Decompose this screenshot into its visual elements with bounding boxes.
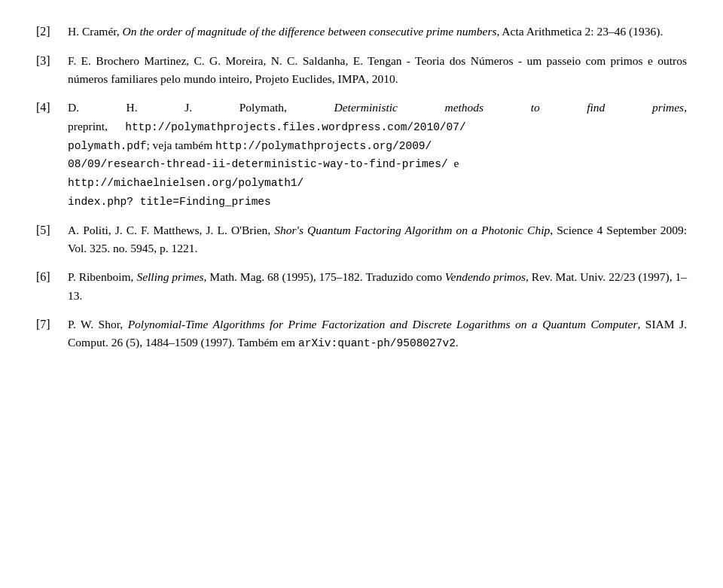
ref-label-2: [2] — [36, 23, 68, 41]
ref-content-3: F. E. Brochero Martinez, C. G. Moreira, … — [68, 52, 687, 89]
ref-label-6: [6] — [36, 268, 68, 287]
ref-content-5: A. Politi, J. C. F. Matthews, J. L. O'Br… — [68, 221, 687, 258]
reference-item-5: [5] A. Politi, J. C. F. Matthews, J. L. … — [36, 221, 687, 258]
ref-content-7: P. W. Shor, Polynomial-Time Algorithms f… — [68, 315, 687, 352]
ref-content-2: H. Cramér, On the order of magnitude of … — [68, 23, 687, 41]
reference-item-6: [6] P. Ribenboim, Selling primes, Math. … — [36, 268, 687, 305]
ref-label-5: [5] — [36, 221, 68, 240]
ref-content-4: D. H. J. Polymath, Deterministic methods… — [68, 99, 687, 210]
ref-label-3: [3] — [36, 52, 68, 71]
reference-item-2: [2] H. Cramér, On the order of magnitude… — [36, 23, 687, 41]
ref-label-7: [7] — [36, 315, 68, 334]
reference-item-7: [7] P. W. Shor, Polynomial-Time Algorith… — [36, 315, 687, 352]
ref-label-4: [4] — [36, 99, 68, 117]
references-list: [2] H. Cramér, On the order of magnitude… — [36, 23, 687, 363]
reference-item-4: [4] D. H. J. Polymath, Deterministic met… — [36, 99, 687, 210]
reference-item-3: [3] F. E. Brochero Martinez, C. G. Morei… — [36, 52, 687, 89]
ref-content-6: P. Ribenboim, Selling primes, Math. Mag.… — [68, 268, 687, 305]
